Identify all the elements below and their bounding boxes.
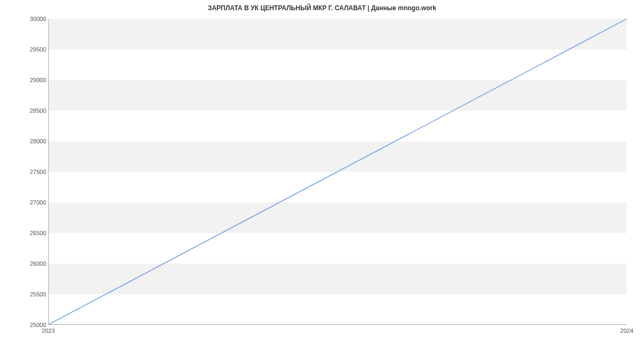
y-tick-label: 26000 [3,260,46,267]
y-tick-label: 29500 [3,46,46,53]
line-series [49,19,627,324]
plot-area [48,19,627,325]
chart-container: ЗАРПЛАТА В УК ЦЕНТРАЛЬНЫЙ МКР Г. САЛАВАТ… [0,0,644,349]
y-tick-label: 30000 [3,16,46,22]
y-tick-label: 29000 [3,77,46,83]
x-tick-label: 2023 [42,328,55,334]
y-tick-label: 27000 [3,199,46,206]
y-tick-label: 25000 [3,322,46,328]
chart-title: ЗАРПЛАТА В УК ЦЕНТРАЛЬНЫЙ МКР Г. САЛАВАТ… [0,4,644,12]
y-tick-label: 26500 [3,230,46,236]
x-tick-label: 2024 [620,328,633,334]
y-tick-label: 28000 [3,138,46,144]
y-tick-label: 28500 [3,107,46,114]
y-tick-label: 25500 [3,291,46,297]
y-tick-label: 27500 [3,169,46,175]
